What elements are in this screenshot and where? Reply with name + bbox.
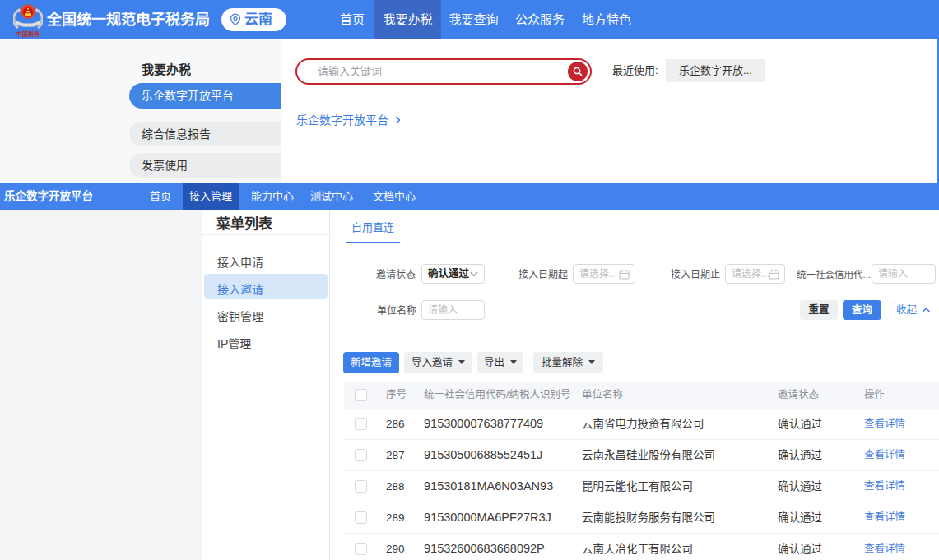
svg-text:中国税务: 中国税务	[16, 30, 41, 38]
